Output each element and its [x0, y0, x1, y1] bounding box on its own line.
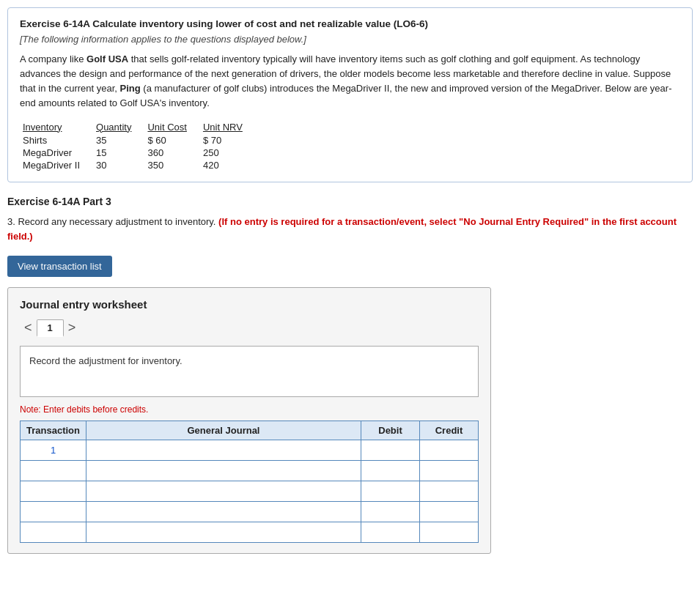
debit-cell-3[interactable]	[361, 481, 420, 501]
general-journal-field-2[interactable]	[86, 461, 361, 481]
debit-field-3[interactable]	[361, 481, 419, 501]
transaction-number-4	[21, 501, 86, 522]
inventory-qty: 30	[93, 159, 144, 171]
journal-row-2	[21, 460, 479, 481]
debit-cell-1[interactable]	[361, 440, 420, 460]
general-journal-input-1[interactable]	[86, 440, 361, 460]
col-header-unit-cost: Unit Cost	[144, 120, 199, 134]
inventory-unit-cost: $ 60	[144, 134, 199, 147]
col-header-debit: Debit	[361, 421, 420, 440]
next-arrow[interactable]: >	[64, 320, 81, 336]
inventory-unit-cost: 350	[144, 159, 199, 171]
instruction-number: 3.	[7, 216, 15, 227]
debit-cell-2[interactable]	[361, 460, 420, 481]
general-journal-input-5[interactable]	[86, 522, 361, 542]
debit-cell-4[interactable]	[361, 501, 420, 522]
general-journal-field-4[interactable]	[86, 502, 361, 522]
journal-table: Transaction General Journal Debit Credit…	[20, 421, 479, 543]
tab-nav: < 1 >	[20, 319, 479, 337]
general-journal-input-2[interactable]	[86, 460, 361, 481]
transaction-number-3	[21, 481, 86, 501]
note-text: Note: Enter debits before credits.	[20, 404, 479, 415]
debit-field-5[interactable]	[361, 522, 419, 542]
inventory-name: MegaDriver	[20, 147, 93, 159]
general-journal-field-3[interactable]	[86, 481, 361, 501]
transaction-number-2	[21, 460, 86, 481]
credit-field-1[interactable]	[420, 440, 478, 460]
credit-field-3[interactable]	[420, 481, 478, 501]
record-box: Record the adjustment for inventory.	[20, 346, 479, 397]
inventory-name: Shirts	[20, 134, 93, 147]
debit-field-2[interactable]	[361, 461, 419, 481]
table-row: MegaDriver 15 360 250	[20, 147, 256, 159]
inventory-qty: 35	[93, 134, 144, 147]
col-header-general-journal: General Journal	[86, 421, 361, 440]
inventory-unit-cost: 360	[144, 147, 199, 159]
inventory-name: MegaDriver II	[20, 159, 93, 171]
debit-field-4[interactable]	[361, 502, 419, 522]
credit-cell-2[interactable]	[420, 460, 479, 481]
part-title: Exercise 6-14A Part 3	[7, 196, 693, 207]
worksheet-title: Journal entry worksheet	[20, 298, 479, 311]
inventory-unit-nrv: 420	[200, 159, 256, 171]
instruction-text: Record any necessary adjustment to inven…	[18, 216, 215, 227]
company1-name: Golf USA	[86, 53, 128, 64]
inventory-qty: 15	[93, 147, 144, 159]
journal-row-1: 1	[21, 440, 479, 460]
prev-arrow[interactable]: <	[20, 320, 37, 336]
credit-field-2[interactable]	[420, 461, 478, 481]
debit-field-1[interactable]	[361, 440, 419, 460]
general-journal-field-5[interactable]	[86, 522, 361, 542]
general-journal-input-4[interactable]	[86, 501, 361, 522]
debit-cell-5[interactable]	[361, 522, 420, 542]
credit-cell-5[interactable]	[420, 522, 479, 542]
company2-name: Ping	[120, 83, 141, 94]
table-row: MegaDriver II 30 350 420	[20, 159, 256, 171]
credit-cell-1[interactable]	[420, 440, 479, 460]
general-journal-input-3[interactable]	[86, 481, 361, 501]
general-journal-field-1[interactable]	[86, 440, 361, 460]
description: A company like Golf USA that sells golf-…	[20, 52, 680, 111]
worksheet-container: Journal entry worksheet < 1 > Record the…	[7, 287, 491, 554]
transaction-number-5	[21, 522, 86, 542]
subtitle: [The following information applies to th…	[20, 34, 680, 45]
col-header-unit-nrv: Unit NRV	[200, 120, 256, 134]
col-header-quantity: Quantity	[93, 120, 144, 134]
credit-cell-4[interactable]	[420, 501, 479, 522]
record-label: Record the adjustment for inventory.	[29, 355, 183, 366]
inventory-table: Inventory Quantity Unit Cost Unit NRV Sh…	[20, 120, 256, 171]
table-row: Shirts 35 $ 60 $ 70	[20, 134, 256, 147]
journal-row-5	[21, 522, 479, 542]
tab-1[interactable]: 1	[37, 319, 64, 337]
credit-field-4[interactable]	[420, 502, 478, 522]
credit-cell-3[interactable]	[420, 481, 479, 501]
inventory-unit-nrv: 250	[200, 147, 256, 159]
exercise-title: Exercise 6-14A Calculate inventory using…	[20, 18, 680, 29]
transaction-number-1: 1	[21, 440, 86, 460]
instruction: 3. Record any necessary adjustment to in…	[7, 215, 693, 244]
col-header-transaction: Transaction	[21, 421, 86, 440]
journal-row-4	[21, 501, 479, 522]
info-box: Exercise 6-14A Calculate inventory using…	[7, 7, 693, 182]
inventory-unit-nrv: $ 70	[200, 134, 256, 147]
view-transaction-button[interactable]: View transaction list	[7, 256, 112, 277]
col-header-credit: Credit	[420, 421, 479, 440]
credit-field-5[interactable]	[420, 522, 478, 542]
journal-row-3	[21, 481, 479, 501]
col-header-inventory: Inventory	[20, 120, 93, 134]
